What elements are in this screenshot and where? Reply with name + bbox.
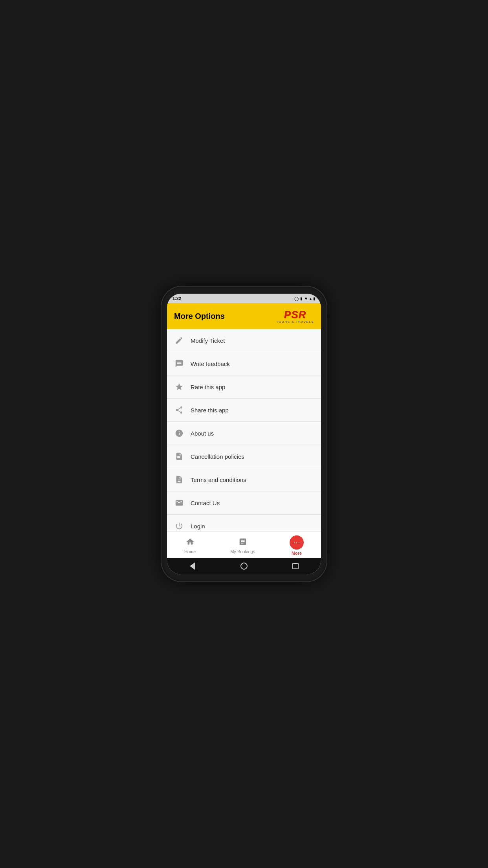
menu-label-share-app: Share this app (191, 407, 229, 414)
menu-item-cancellation[interactable]: Cancellation policies (167, 445, 321, 468)
menu-label-terms: Terms and conditions (191, 476, 246, 483)
recent-square-icon (292, 563, 299, 569)
wifi-icon: ▼ (304, 296, 308, 301)
nav-item-home[interactable]: Home (180, 537, 200, 555)
menu-label-login: Login (191, 523, 205, 530)
info-icon (174, 428, 184, 438)
menu-label-cancellation: Cancellation policies (191, 453, 244, 460)
status-time: 1:22 (172, 296, 181, 301)
menu-item-share-app[interactable]: Share this app (167, 399, 321, 422)
android-back-button[interactable] (188, 562, 197, 570)
menu-item-terms[interactable]: Terms and conditions (167, 468, 321, 491)
menu-label-modify-ticket: Modify Ticket (191, 337, 225, 344)
globe-icon: ◯ (294, 296, 299, 301)
edit-icon (174, 335, 184, 346)
menu-label-contact: Contact Us (191, 500, 220, 506)
cancel-doc-icon (174, 451, 184, 462)
menu-list: Modify Ticket Write feedback Rate (167, 329, 321, 531)
menu-item-rate-app[interactable]: Rate this app (167, 375, 321, 399)
menu-item-login[interactable]: Login (167, 515, 321, 531)
phone-device: 1:22 ◯ ▮ ▼ ▴ ▮ More Options PSR TOURS & … (161, 287, 327, 581)
status-bar: 1:22 ◯ ▮ ▼ ▴ ▮ (167, 294, 321, 303)
nav-label-home: Home (184, 549, 196, 554)
logo-subtitle-text: TOURS & TRAVELS (276, 320, 314, 324)
back-triangle-icon (190, 562, 195, 570)
lock-icon: ▮ (300, 296, 303, 301)
nav-label-bookings: My Bookings (230, 549, 255, 554)
nav-label-more: More (292, 551, 302, 555)
home-circle-icon (240, 563, 248, 570)
home-icon (186, 537, 194, 548)
nav-item-more[interactable]: ⋯ More (286, 535, 308, 556)
phone-screen: 1:22 ◯ ▮ ▼ ▴ ▮ More Options PSR TOURS & … (167, 294, 321, 574)
signal-icon: ▴ (310, 296, 312, 301)
page-title: More Options (174, 312, 225, 321)
more-dots-symbol: ⋯ (293, 539, 301, 546)
brand-logo: PSR TOURS & TRAVELS (276, 309, 314, 324)
document-icon (174, 474, 184, 485)
menu-item-modify-ticket[interactable]: Modify Ticket (167, 329, 321, 352)
menu-item-contact[interactable]: Contact Us (167, 491, 321, 515)
android-navigation-bar (167, 558, 321, 574)
menu-item-write-feedback[interactable]: Write feedback (167, 352, 321, 375)
power-icon (174, 521, 184, 531)
menu-label-rate-app: Rate this app (191, 384, 225, 390)
chat-icon (174, 359, 184, 369)
android-recent-button[interactable] (291, 562, 300, 570)
envelope-icon (174, 498, 184, 508)
star-icon (174, 382, 184, 392)
share-icon (174, 405, 184, 415)
menu-label-write-feedback: Write feedback (191, 360, 230, 367)
more-dot-icon: ⋯ (290, 535, 304, 550)
battery-icon: ▮ (313, 296, 316, 301)
nav-item-bookings[interactable]: My Bookings (226, 537, 259, 555)
menu-label-about-us: About us (191, 430, 214, 437)
bookings-icon (238, 537, 247, 548)
app-header: More Options PSR TOURS & TRAVELS (167, 303, 321, 329)
logo-psr-text: PSR (284, 309, 306, 321)
android-home-button[interactable] (240, 562, 248, 570)
status-icons: ◯ ▮ ▼ ▴ ▮ (294, 296, 316, 301)
bottom-navigation: Home My Bookings ⋯ More (167, 531, 321, 558)
menu-item-about-us[interactable]: About us (167, 422, 321, 445)
